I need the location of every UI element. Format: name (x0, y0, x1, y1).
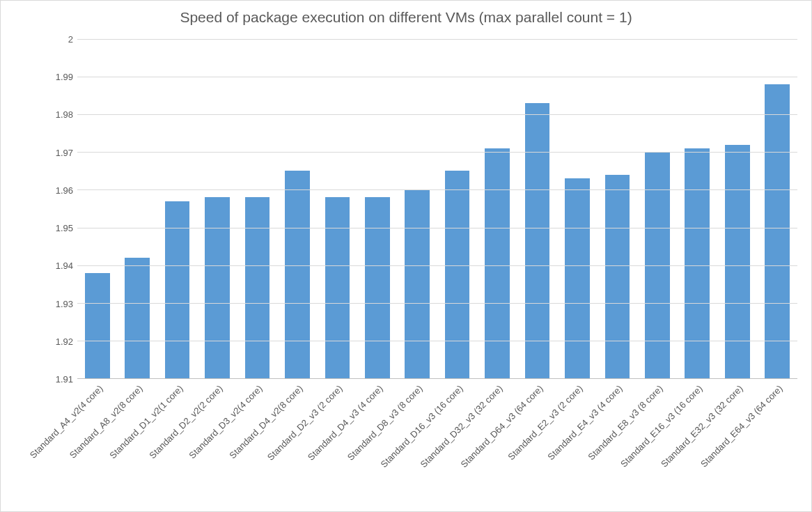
bar (485, 148, 510, 378)
bar (245, 197, 270, 378)
bar (765, 84, 790, 378)
y-tick-label: 1.96 (42, 185, 73, 195)
bar-slot (598, 39, 637, 378)
x-tick-label: Standard_A4_v2(4 core) (28, 383, 105, 460)
gridline (77, 77, 797, 77)
gridline (77, 39, 797, 40)
bar-slot (237, 39, 277, 378)
y-tick-label: 1.93 (42, 298, 73, 309)
y-tick-label: 1.98 (42, 109, 73, 120)
y-tick-label: 1.95 (42, 223, 73, 233)
plot-wrap: 1.911.921.931.941.951.961.971.981.992 (42, 39, 797, 379)
bar (605, 175, 630, 378)
bar (205, 197, 230, 378)
bar-slot (157, 39, 197, 378)
bar-slot (477, 39, 517, 378)
bar (445, 171, 470, 378)
bar (565, 178, 590, 378)
bar-slot (277, 39, 317, 378)
gridline (77, 265, 797, 266)
y-tick-label: 1.91 (42, 374, 73, 385)
bar (365, 197, 390, 378)
bar-slot (357, 39, 397, 378)
bar (325, 197, 350, 378)
chart-container: Speed of package execution on different … (0, 0, 812, 512)
chart-title: Speed of package execution on different … (1, 1, 811, 26)
y-tick-label: 2 (42, 34, 73, 45)
y-tick-label: 1.97 (42, 147, 73, 157)
bar-slot (637, 39, 677, 378)
bar (685, 148, 710, 378)
gridline (77, 189, 797, 190)
x-axis: Standard_A4_v2(4 core)Standard_A8_v2(8 c… (77, 379, 797, 511)
x-slot: Standard_E64_v3 (64 core) (757, 379, 797, 511)
gridline (77, 228, 797, 228)
bar-slot (117, 39, 157, 378)
y-tick-label: 1.99 (42, 72, 73, 82)
bar (405, 189, 430, 378)
y-tick-label: 1.94 (42, 261, 73, 271)
bar-slot (557, 39, 597, 378)
bars-group (77, 39, 797, 378)
bar-slot (717, 39, 757, 378)
y-axis: 1.911.921.931.941.951.961.971.981.992 (42, 39, 77, 379)
bar-slot (757, 39, 797, 378)
bar (725, 145, 750, 378)
bar (125, 258, 150, 378)
bar-slot (437, 39, 477, 378)
bar (525, 103, 550, 378)
bar-slot (197, 39, 237, 378)
bar (285, 171, 310, 378)
bar-slot (77, 39, 117, 378)
y-tick-label: 1.92 (42, 336, 73, 346)
plot-area (77, 39, 797, 379)
bar-slot (398, 39, 437, 378)
gridline (77, 152, 797, 153)
gridline (77, 341, 797, 341)
bar-slot (517, 39, 557, 378)
bar-slot (678, 39, 717, 378)
bar-slot (318, 39, 357, 378)
gridline (77, 303, 797, 304)
gridline (77, 114, 797, 115)
bar (85, 273, 110, 379)
